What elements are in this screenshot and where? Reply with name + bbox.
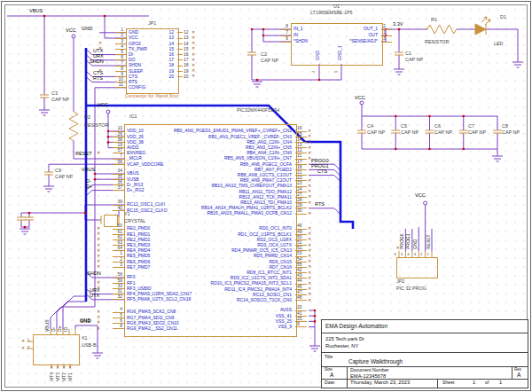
ic1-pin-number[interactable]: 41	[297, 311, 302, 316]
ic1-pin-name[interactable]: RB15_AN15_PMALL_PMA0_OCFB_CN12	[131, 211, 292, 216]
jp2-pin-number[interactable]: 1	[427, 253, 429, 256]
ic1-pin-number[interactable]: 23	[297, 181, 302, 185]
u1-pin-number[interactable]: 1	[383, 30, 386, 35]
ic1-pin-name[interactable]: RD11_IC4_PMCS1_PMA14_INT4	[131, 287, 292, 292]
jp1-pin-name[interactable]: 19	[158, 69, 174, 74]
u1-pin-name[interactable]: GND_1	[338, 45, 342, 60]
u1-pin-name[interactable]: IN_1	[293, 27, 303, 31]
pin-stub[interactable]	[113, 190, 124, 191]
pin-stub[interactable]	[177, 76, 183, 77]
ic1-pin-name[interactable]: RB1_AN1_PGEC1_VREF-_CVREF-_CN3	[131, 135, 292, 139]
x1-pin-label[interactable]: D-	[51, 327, 57, 332]
x1-mount-pin-label[interactable]: MT3	[56, 372, 60, 381]
pin-stub[interactable]	[113, 267, 124, 268]
ic1-pin-name[interactable]: RD10_IC3_PMCS2_PMA15_INT3_SCL1	[131, 281, 292, 286]
ic1-pin-number[interactable]: 15	[297, 132, 302, 137]
ic1-pin-number[interactable]: 30	[297, 208, 302, 213]
jp1-pin-number[interactable]: 14	[184, 42, 189, 46]
ic1-pin-number[interactable]: 16	[297, 126, 302, 130]
pin-stub[interactable]	[295, 214, 307, 215]
jp1-pin-name[interactable]: 20	[158, 74, 174, 79]
x1-mount-pin-label[interactable]: MT4	[50, 372, 54, 381]
pin-stub[interactable]	[177, 32, 183, 33]
pin-stub[interactable]	[381, 42, 392, 43]
pin-stub[interactable]	[177, 71, 183, 72]
jp1-pin-name[interactable]: 13	[158, 35, 174, 40]
pin-stub[interactable]	[280, 42, 291, 43]
u1-pin-number[interactable]: 7	[280, 30, 288, 35]
ic1-pin-number[interactable]: 11	[297, 153, 301, 158]
ic1-pin-name[interactable]: RB0_AN0_PGED1_EMUD1_PMA6_VREF+_CVREF+_CN…	[131, 129, 292, 133]
jp1-pin-name[interactable]: VCC	[129, 35, 138, 40]
u1-pin-number[interactable]: 3	[383, 36, 386, 41]
ic1-pin-name[interactable]: RB11_AN11_TDO_PMA12	[131, 190, 292, 194]
x1-pin-label[interactable]: VBUS	[45, 319, 51, 332]
x1-pin-label[interactable]: ID	[64, 327, 69, 332]
jp2-pin-number[interactable]: 4	[407, 253, 409, 256]
ic1-pin-number[interactable]: 49	[297, 230, 302, 234]
ic1-pin-name[interactable]: AVSS	[131, 308, 292, 312]
u1-pin-name[interactable]: OUT	[328, 33, 378, 37]
ic1-pin-name[interactable]: VSS_25	[131, 319, 292, 324]
ic1-pin-name[interactable]: VSS_9	[131, 325, 292, 329]
ic1-pin-name[interactable]: RD0_OC1_INT0	[131, 226, 292, 231]
u1-pin-name[interactable]: IN	[293, 33, 298, 37]
jp2-pin-number[interactable]: 3	[414, 253, 416, 256]
u1-pin-number[interactable]: 4	[312, 71, 316, 73]
u1-pin-number[interactable]: 2	[383, 24, 386, 28]
u1-pin-number[interactable]: 6	[280, 36, 288, 41]
u1-pin-name[interactable]: OUT_1	[328, 27, 378, 31]
pin-stub[interactable]	[113, 210, 124, 211]
ic1-pin-number[interactable]: 24	[297, 187, 302, 192]
jp1-pin-name[interactable]: GPO2	[129, 42, 141, 46]
jp2-pin-number[interactable]: 5	[401, 253, 403, 256]
ic1-pin-name[interactable]: RD1_OC2_U1RTS_BCLK1	[131, 232, 292, 237]
pin-stub[interactable]	[177, 43, 183, 44]
u1-pin-name[interactable]: *SENSE/ADJ*	[328, 39, 378, 43]
pin-stub[interactable]	[113, 164, 124, 165]
pin-stub[interactable]	[113, 299, 124, 300]
ic1-pin-name[interactable]: RD6_CN15	[131, 260, 292, 264]
ic1-pin-name[interactable]: RB10_AN10_TMS_CVREFOUT_PMA13	[131, 184, 292, 188]
u1-pin-name[interactable]: *SHDN	[293, 39, 308, 43]
pin-stub[interactable]	[177, 54, 183, 55]
ic1-pin-number[interactable]: 20	[297, 305, 302, 310]
x1-usb-body[interactable]	[33, 334, 80, 365]
u1-pin-name[interactable]: GND	[316, 51, 320, 60]
pin-stub[interactable]	[177, 49, 183, 50]
pin-stub[interactable]	[295, 326, 307, 327]
pin-stub[interactable]	[177, 38, 183, 39]
ic1-pin-number[interactable]: 54	[297, 257, 302, 262]
ic1-pin-number[interactable]: 53	[297, 251, 302, 255]
ic1-pin-number[interactable]: 44	[297, 278, 302, 283]
ic1-pin-name[interactable]: RD5_PMRD_CN14	[131, 254, 292, 258]
jp1-pin-name[interactable]: 18	[158, 63, 174, 67]
pin-stub[interactable]	[115, 87, 126, 88]
x1-mount-pin-label[interactable]: MT1	[68, 372, 73, 381]
jp1-pin-number[interactable]: 18	[184, 63, 189, 67]
ic1-pin-number[interactable]: 9	[297, 322, 300, 326]
jp1-pin-number[interactable]: 20	[184, 74, 189, 79]
x1-mount-pin-label[interactable]: MT2	[62, 372, 66, 381]
jp2-pin-number[interactable]: 2	[420, 253, 422, 256]
jp1-pin-name[interactable]: 14	[158, 42, 174, 46]
x1-pin-label[interactable]: D+	[58, 325, 63, 332]
jp2-header-body[interactable]	[396, 257, 438, 278]
ic1-pin-number[interactable]: 45	[297, 285, 302, 289]
x1-pin-number[interactable]: 2	[27, 346, 29, 349]
ic1-pin-name[interactable]: RC14_SOSCO_T1CK_CN0	[131, 298, 292, 302]
jp1-pin-name[interactable]: SHDN	[129, 63, 141, 67]
x1-pin-number[interactable]: 1	[27, 339, 29, 342]
pin-stub[interactable]	[295, 300, 307, 301]
jp1-pin-number[interactable]: 19	[184, 69, 189, 74]
pin-stub[interactable]	[177, 59, 183, 60]
u1-pin-number[interactable]: 8	[280, 24, 288, 28]
ic1-pin-number[interactable]: 17	[297, 160, 302, 164]
jp2-pin-number[interactable]: 6	[395, 253, 396, 256]
ic1-pin-name[interactable]: RB6_AN6_PGEC2_OCFA	[131, 162, 292, 167]
jp1-pin-number[interactable]: 13	[184, 35, 189, 40]
ic1-pin-number[interactable]: 46	[297, 223, 302, 228]
u1-pin-number[interactable]: 5	[334, 71, 338, 73]
jp1-pin-name[interactable]: SLEEP	[129, 69, 143, 74]
ic1-pin-name[interactable]: RB5_AN5_VBUSON_C1IN+_CN7	[131, 156, 292, 161]
